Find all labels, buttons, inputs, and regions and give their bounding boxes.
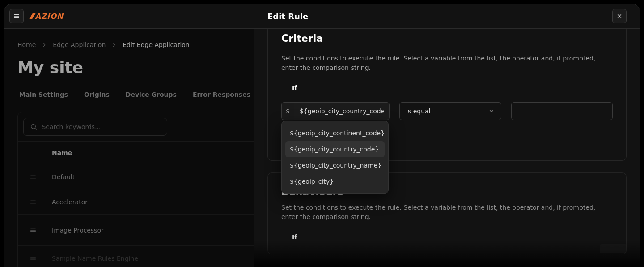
autocomplete-option[interactable]: ${geoip_city_country_code} xyxy=(285,141,385,157)
close-button[interactable] xyxy=(612,9,627,23)
criteria-row: $ ${geoip_city_continent_code} ${geoip_c… xyxy=(281,102,613,120)
chevron-right-icon xyxy=(111,42,117,48)
autocomplete-option[interactable]: ${geoip_city} xyxy=(285,173,385,189)
criteria-if-divider: If xyxy=(281,84,613,91)
breadcrumb-current: Edit Edge Application xyxy=(123,41,189,48)
variable-field-group: $ ${geoip_city_continent_code} ${geoip_c… xyxy=(281,102,390,120)
tab-device-groups[interactable]: Device Groups xyxy=(124,87,178,102)
tab-main-settings[interactable]: Main Settings xyxy=(17,87,70,102)
tab-error-responses[interactable]: Error Responses xyxy=(191,87,252,102)
column-name[interactable]: Name xyxy=(52,149,72,156)
criteria-title: Criteria xyxy=(281,33,613,44)
drawer-header: Edit Rule xyxy=(254,4,640,29)
brand-logo[interactable]: AZION xyxy=(29,12,74,21)
autocomplete-option[interactable]: ${geoip_city_continent_code} xyxy=(285,125,385,141)
behaviours-description: Set the conditions to execute the rule. … xyxy=(281,203,613,222)
search-input[interactable] xyxy=(42,123,161,130)
drag-handle-icon[interactable] xyxy=(30,198,52,206)
table-search[interactable] xyxy=(23,118,167,136)
autocomplete-option[interactable]: ${geoip_city_country_name} xyxy=(285,157,385,173)
variable-addon: $ xyxy=(281,102,294,120)
edit-rule-drawer: Edit Rule Criteria Set the conditions to… xyxy=(254,4,640,267)
svg-text:AZION: AZION xyxy=(35,12,64,21)
criteria-if-label: If xyxy=(286,84,303,91)
drag-handle-icon[interactable] xyxy=(30,227,52,234)
operator-select[interactable]: is equal xyxy=(399,102,501,120)
drawer-body: Criteria Set the conditions to execute t… xyxy=(254,29,640,267)
criteria-card: Criteria Set the conditions to execute t… xyxy=(267,29,627,161)
menu-button[interactable] xyxy=(9,9,24,23)
variable-input[interactable] xyxy=(294,102,390,120)
drag-handle-icon[interactable] xyxy=(30,255,52,262)
variable-autocomplete[interactable]: ${geoip_city_continent_code} ${geoip_cit… xyxy=(281,121,389,194)
criteria-description: Set the conditions to execute the rule. … xyxy=(281,54,613,73)
drag-handle-icon[interactable] xyxy=(30,173,52,181)
svg-point-4 xyxy=(31,125,36,129)
row-name: Accelerator xyxy=(52,198,88,206)
comparison-input[interactable] xyxy=(511,102,613,120)
footer-action-placeholder xyxy=(600,244,627,253)
menu-icon xyxy=(13,13,20,20)
breadcrumb-item[interactable]: Home xyxy=(17,41,36,48)
behaviours-if-label: If xyxy=(286,233,303,241)
chevron-down-icon xyxy=(488,108,495,114)
search-icon xyxy=(30,123,37,131)
chevron-right-icon xyxy=(41,42,47,48)
svg-line-5 xyxy=(35,128,36,129)
operator-value: is equal xyxy=(406,108,430,115)
tab-origins[interactable]: Origins xyxy=(82,87,111,102)
breadcrumb-item[interactable]: Edge Application xyxy=(53,41,106,48)
drawer-title: Edit Rule xyxy=(267,12,308,21)
behaviours-if-divider: If xyxy=(281,233,613,241)
row-name: Image Processor xyxy=(52,227,104,234)
close-icon xyxy=(616,13,623,19)
brand-logo-glyph: AZION xyxy=(29,12,74,21)
row-name: Sample Name Rules Engine xyxy=(52,255,138,262)
row-name: Default xyxy=(52,173,75,181)
app-frame: AZION Home Edge Application Edit Edge Ap… xyxy=(4,4,640,267)
